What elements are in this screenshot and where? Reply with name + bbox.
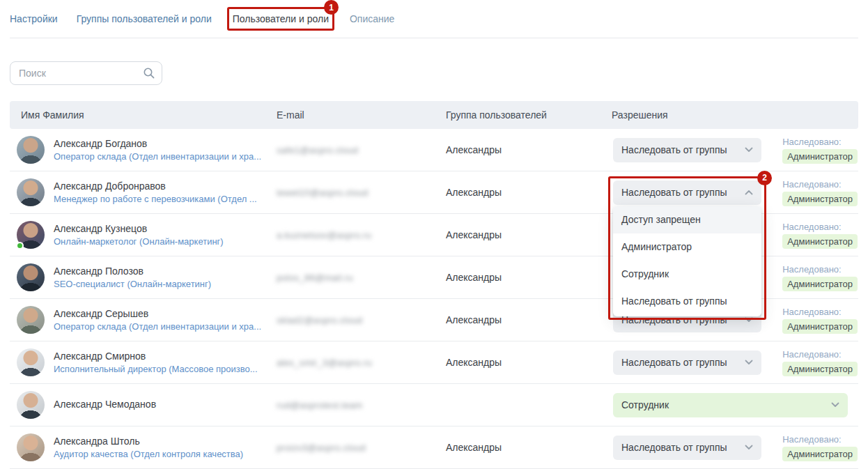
inherited-role-badge: Администратор <box>782 447 858 461</box>
inherited-role-badge: Администратор <box>782 277 858 291</box>
dropdown-option[interactable]: Доступ запрещен <box>613 206 761 233</box>
user-cell: Александр Кузнецов Онлайн-маркетолог (Он… <box>10 221 277 249</box>
user-position-link[interactable]: Менеджер по работе с перевозчиками (Отде… <box>54 194 257 204</box>
permissions-cell: Наследовать от группы Наследовано: Админ… <box>612 349 858 376</box>
search-icon[interactable] <box>143 67 155 79</box>
chevron-down-icon <box>831 402 839 408</box>
inherited-role-badge: Администратор <box>782 192 858 206</box>
table-row: Александра Штоль Аудитор качества (Отдел… <box>10 426 858 469</box>
permissions-cell: Наследовать от группы Наследовано: Админ… <box>612 137 858 164</box>
chevron-down-icon <box>745 147 753 153</box>
permission-select[interactable]: Сотрудник <box>613 393 848 417</box>
avatar <box>17 348 45 376</box>
user-group: Александры <box>446 272 612 283</box>
user-cell: Александра Штоль Аудитор качества (Отдел… <box>10 433 277 461</box>
table-body: Александр Богданов Оператор склада (Отде… <box>10 129 858 469</box>
permissions-cell: Сотрудник <box>612 393 858 417</box>
user-position-link[interactable]: SEO-специалист (Онлайн-маркетинг) <box>54 279 211 289</box>
user-cell: Александр Чемоданов <box>10 391 277 419</box>
user-name: Александр Чемоданов <box>54 399 156 410</box>
user-roles-page: Настройки Группы пользователей и роли По… <box>0 0 868 469</box>
inherited-label: Наследовано: <box>782 137 858 147</box>
inherited-role-badge: Администратор <box>782 319 858 334</box>
column-header-name: Имя Фамилия <box>10 109 277 121</box>
tab-settings[interactable]: Настройки <box>10 13 58 24</box>
user-email: a.kuznetsov@aspro.ru <box>277 230 446 240</box>
user-group: Александры <box>446 229 612 240</box>
user-position-link[interactable]: Онлайн-маркетолог (Онлайн-маркетинг) <box>54 236 224 247</box>
annotation-step-1-badge: 1 <box>324 0 339 15</box>
permission-select[interactable]: Наследовать от группы <box>613 351 761 375</box>
user-position-link[interactable]: Оператор склада (Отдел инвентаризации и … <box>54 151 261 162</box>
avatar <box>17 433 45 461</box>
user-group: Александры <box>446 187 612 198</box>
user-email: sklad2@aspro.cloud <box>277 315 446 325</box>
inherited-role-block: Наследовано: Администратор <box>782 434 858 461</box>
inherited-label: Наследовано: <box>782 179 858 190</box>
user-cell: Александр Смирнов Исполнительный директо… <box>10 348 277 376</box>
inherited-role-block: Наследовано: Администратор <box>782 179 858 206</box>
permission-select[interactable]: Наследовать от группы <box>613 436 761 460</box>
search-input[interactable] <box>10 61 162 85</box>
permission-select-value: Сотрудник <box>621 399 669 410</box>
table-row: Александр Чемоданов rud@asprotest.team С… <box>10 384 858 426</box>
inherited-role-block: Наследовано: Администратор <box>782 222 858 249</box>
user-name: Александр Серышев <box>54 308 261 319</box>
inherited-label: Наследовано: <box>782 222 858 232</box>
avatar <box>17 263 45 291</box>
inherited-label: Наследовано: <box>782 264 858 275</box>
permissions-cell: Наследовать от группы Наследовано: Админ… <box>612 434 858 461</box>
table-row: Александр Смирнов Исполнительный директо… <box>10 341 858 384</box>
user-group: Александры <box>446 314 612 325</box>
user-group: Александры <box>446 144 612 155</box>
user-cell: Александр Добронравов Менеджер по работе… <box>10 178 277 206</box>
permission-select[interactable]: Наследовать от группы <box>613 138 761 162</box>
avatar <box>17 221 45 249</box>
tab-description[interactable]: Описание <box>350 13 394 24</box>
inherited-role-block: Наследовано: Администратор <box>782 137 858 164</box>
user-name: Александра Штоль <box>54 436 243 447</box>
dropdown-option[interactable]: Наследовать от группы <box>613 288 761 315</box>
table-row: Александр Богданов Оператор склада (Отде… <box>10 129 858 171</box>
user-group: Александры <box>446 442 612 453</box>
inherited-label: Наследовано: <box>782 434 858 445</box>
search-box <box>10 61 162 85</box>
user-email: alex_smir_3@aspro.ru <box>277 357 446 368</box>
user-email: tewet10@aspro.cloud <box>277 187 446 198</box>
dropdown-option[interactable]: Администратор <box>613 233 761 261</box>
permission-select-value: Наследовать от группы <box>621 442 727 453</box>
inherited-label: Наследовано: <box>782 307 858 317</box>
user-email: rud@asprotest.team <box>277 400 446 410</box>
user-name: Александр Кузнецов <box>54 223 224 234</box>
column-header-group: Группа пользователей <box>446 109 612 121</box>
user-position-link[interactable]: Оператор склада (Отдел инвентаризации и … <box>54 321 261 332</box>
user-cell: Александр Богданов Оператор склада (Отде… <box>10 136 277 164</box>
inherited-role-block: Наследовано: Администратор <box>782 307 858 334</box>
user-email: polos_86@mail.ru <box>277 272 446 283</box>
permission-select-value: Наследовать от группы <box>621 144 727 155</box>
user-cell: Александр Полозов SEO-специалист (Онлайн… <box>10 263 277 291</box>
avatar <box>17 391 45 419</box>
user-position-link[interactable]: Исполнительный директор (Массовое произв… <box>54 364 258 374</box>
user-name: Александр Добронравов <box>54 180 257 192</box>
chevron-down-icon <box>745 317 753 323</box>
inherited-role-block: Наследовано: Администратор <box>782 349 858 376</box>
dropdown-option[interactable]: Сотрудник <box>613 261 761 288</box>
user-cell: Александр Серышев Оператор склада (Отдел… <box>10 306 277 334</box>
chevron-down-icon <box>745 445 753 450</box>
user-email: proizv3@aspro.cloud <box>277 443 446 453</box>
avatar <box>17 306 45 334</box>
inherited-label: Наследовано: <box>782 349 858 360</box>
user-position-link[interactable]: Аудитор качества (Отдел контроля качеств… <box>54 449 243 459</box>
column-header-permissions: Разрешения <box>612 109 858 121</box>
permission-select-value: Наследовать от группы <box>621 187 727 198</box>
permissions-cell: Наследовать от группы Доступ запрещенАдм… <box>612 179 858 206</box>
tab-users-roles[interactable]: Пользователи и роли <box>233 13 329 24</box>
annotation-box-1: Пользователи и роли 1 <box>227 7 334 31</box>
permission-select[interactable]: Наследовать от группы <box>613 180 761 205</box>
tab-user-groups-roles[interactable]: Группы пользователей и роли <box>77 13 212 24</box>
table-header: Имя Фамилия E-mail Группа пользователей … <box>10 101 858 129</box>
user-name: Александр Смирнов <box>54 351 258 362</box>
user-email: safe1@aspro.cloud <box>277 145 446 155</box>
column-header-email: E-mail <box>277 109 446 121</box>
